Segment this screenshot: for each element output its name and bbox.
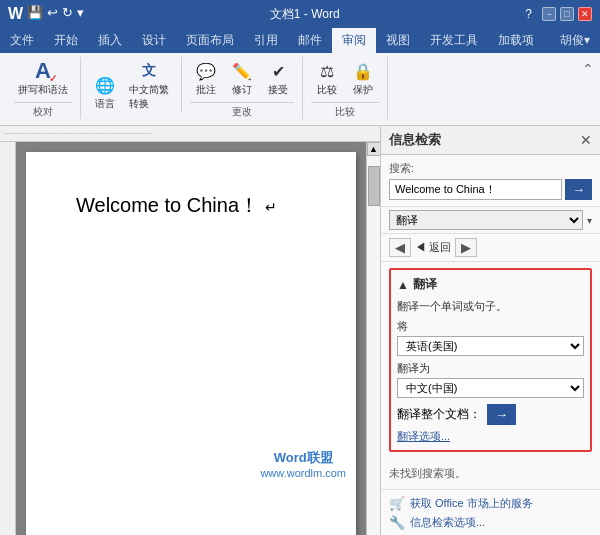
- chinese-convert-btn[interactable]: 文 中文简繁转换: [125, 57, 173, 113]
- from-language-select[interactable]: 英语(美国): [397, 336, 584, 356]
- search-input[interactable]: [389, 179, 562, 200]
- track-label: 修订: [232, 83, 252, 97]
- title-bar: W 💾 ↩ ↻ ▾ 文档1 - Word ? － □ ✕: [0, 0, 600, 28]
- compare-group-label: 比较: [311, 102, 379, 119]
- panel-services: 🛒 获取 Office 市场上的服务 🔧 信息检索选项...: [381, 490, 600, 535]
- ribbon-tabs: 文件 开始 插入 设计 页面布局 引用 邮件 审阅 视图 开发工具 加载项 胡俊…: [0, 28, 600, 53]
- watermark-line1: Word联盟: [260, 449, 346, 467]
- compare-btn[interactable]: ⚖ 比较: [311, 57, 343, 99]
- translate-section: ▲ 翻译 翻译一个单词或句子。 将 英语(美国) 翻译为 中文(中国) 翻译整个…: [389, 268, 592, 452]
- ribbon-group-language: 🌐 语言 文 中文简繁转换: [81, 57, 182, 113]
- translate-options-link[interactable]: 翻译选项...: [397, 429, 584, 444]
- undo-quick-btn[interactable]: ↩: [47, 5, 58, 23]
- tab-reference[interactable]: 引用: [244, 28, 288, 53]
- vertical-ruler: [0, 142, 16, 535]
- accept-label: 接受: [268, 83, 288, 97]
- get-services-label: 获取 Office 市场上的服务: [410, 496, 533, 511]
- maximize-btn[interactable]: □: [560, 7, 574, 21]
- scrollbar-thumb[interactable]: [368, 166, 380, 206]
- help-btn[interactable]: ?: [525, 7, 532, 21]
- tab-file[interactable]: 文件: [0, 28, 44, 53]
- title-bar-center: 文档1 - Word: [84, 6, 525, 23]
- redo-quick-btn[interactable]: ↻: [62, 5, 73, 23]
- get-services-btn[interactable]: 🛒 获取 Office 市场上的服务: [389, 496, 592, 511]
- chinese-convert-label: 中文简繁转换: [129, 83, 169, 111]
- research-options-btn[interactable]: 🔧 信息检索选项...: [389, 515, 592, 530]
- section-title: ▲ 翻译: [397, 276, 584, 293]
- tab-developer[interactable]: 开发工具: [420, 28, 488, 53]
- title-bar-right: ? － □ ✕: [525, 7, 592, 21]
- nav-back-label: ◀ 返回: [415, 240, 451, 255]
- research-options-label: 信息检索选项...: [410, 515, 485, 530]
- translate-type-select[interactable]: 翻译: [389, 210, 583, 230]
- accept-icon: ✔: [266, 59, 290, 83]
- track-btn[interactable]: ✏️ 修订: [226, 57, 258, 99]
- search-btn[interactable]: →: [565, 179, 592, 200]
- to-label: 翻译为: [397, 361, 584, 376]
- compare-label: 比较: [317, 83, 337, 97]
- ribbon: 文件 开始 插入 设计 页面布局 引用 邮件 审阅 视图 开发工具 加载项 胡俊…: [0, 28, 600, 126]
- from-label: 将: [397, 319, 584, 334]
- tab-insert[interactable]: 插入: [88, 28, 132, 53]
- panel-close-btn[interactable]: ✕: [580, 132, 592, 148]
- word-logo: W: [8, 5, 23, 23]
- tab-view[interactable]: 视图: [376, 28, 420, 53]
- ribbon-content: A✓ 拼写和语法 校对 🌐 语言 文 中文简繁转换: [0, 53, 600, 125]
- comment-icon: 💬: [194, 59, 218, 83]
- translate-doc-label: 翻译整个文档：: [397, 406, 481, 423]
- ribbon-collapse-btn[interactable]: ⌃: [582, 61, 594, 77]
- ribbon-group-items-4: ⚖ 比较 🔒 保护: [311, 57, 379, 99]
- get-services-icon: 🛒: [389, 496, 405, 511]
- nav-forward-btn[interactable]: ▶: [455, 238, 477, 257]
- vertical-scrollbar[interactable]: ▲ ▼: [366, 142, 380, 535]
- panel-header: 信息检索 ✕: [381, 126, 600, 155]
- panel-search: 搜索: →: [381, 155, 600, 207]
- no-result-text: 未找到搜索项。: [381, 458, 600, 490]
- document-cursor: ↵: [265, 199, 277, 215]
- translate-doc-row: 翻译整个文档： →: [397, 404, 584, 425]
- document-content: Welcome to China！ ↵: [76, 192, 306, 219]
- research-options-icon: 🔧: [389, 515, 405, 530]
- search-label: 搜索:: [389, 161, 592, 176]
- tab-review[interactable]: 审阅: [332, 28, 376, 53]
- nav-back-btn[interactable]: ◀: [389, 238, 411, 257]
- window-title: 文档1 - Word: [270, 7, 340, 21]
- close-btn[interactable]: ✕: [578, 7, 592, 21]
- scrollbar-track[interactable]: [367, 156, 381, 535]
- document-text: Welcome to China！: [76, 194, 259, 216]
- ribbon-group-items-3: 💬 批注 ✏️ 修订 ✔ 接受: [190, 57, 294, 99]
- spelling-icon: A✓: [31, 59, 55, 83]
- scroll-up-btn[interactable]: ▲: [367, 142, 381, 156]
- comment-btn[interactable]: 💬 批注: [190, 57, 222, 99]
- search-row: →: [389, 179, 592, 200]
- language-btn[interactable]: 🌐 语言: [89, 71, 121, 113]
- minimize-btn[interactable]: －: [542, 7, 556, 21]
- translate-doc-btn[interactable]: →: [487, 404, 516, 425]
- changes-group-label: 更改: [190, 102, 294, 119]
- document-page[interactable]: Welcome to China！ ↵ Word联盟 www.wordlm.co…: [26, 152, 356, 535]
- language-label: 语言: [95, 97, 115, 111]
- tab-mail[interactable]: 邮件: [288, 28, 332, 53]
- tab-addins[interactable]: 加载项: [488, 28, 544, 53]
- ribbon-group-compare: ⚖ 比较 🔒 保护 比较: [303, 57, 388, 119]
- section-title-text: 翻译: [413, 276, 437, 293]
- tab-start[interactable]: 开始: [44, 28, 88, 53]
- protect-icon: 🔒: [351, 59, 375, 83]
- main-area: ────────────────────────── Welcome to Ch…: [0, 126, 600, 535]
- accept-btn[interactable]: ✔ 接受: [262, 57, 294, 99]
- spelling-grammar-btn[interactable]: A✓ 拼写和语法: [14, 57, 72, 99]
- panel-nav: ◀ ◀ 返回 ▶: [381, 234, 600, 262]
- customize-quick-btn[interactable]: ▾: [77, 5, 84, 23]
- protect-btn[interactable]: 🔒 保护: [347, 57, 379, 99]
- save-quick-btn[interactable]: 💾: [27, 5, 43, 23]
- info-panel: 信息检索 ✕ 搜索: → 翻译 ▾ ◀ ◀ 返回 ▶ ▲ 翻译: [380, 126, 600, 535]
- translate-desc: 翻译一个单词或句子。: [397, 300, 507, 312]
- track-icon: ✏️: [230, 59, 254, 83]
- watermark-line2: www.wordlm.com: [260, 467, 346, 479]
- tab-user[interactable]: 胡俊▾: [550, 28, 600, 53]
- ribbon-group-proofreading: A✓ 拼写和语法 校对: [6, 57, 81, 119]
- tab-design[interactable]: 设计: [132, 28, 176, 53]
- to-language-select[interactable]: 中文(中国): [397, 378, 584, 398]
- document-area: ────────────────────────── Welcome to Ch…: [0, 126, 380, 535]
- tab-layout[interactable]: 页面布局: [176, 28, 244, 53]
